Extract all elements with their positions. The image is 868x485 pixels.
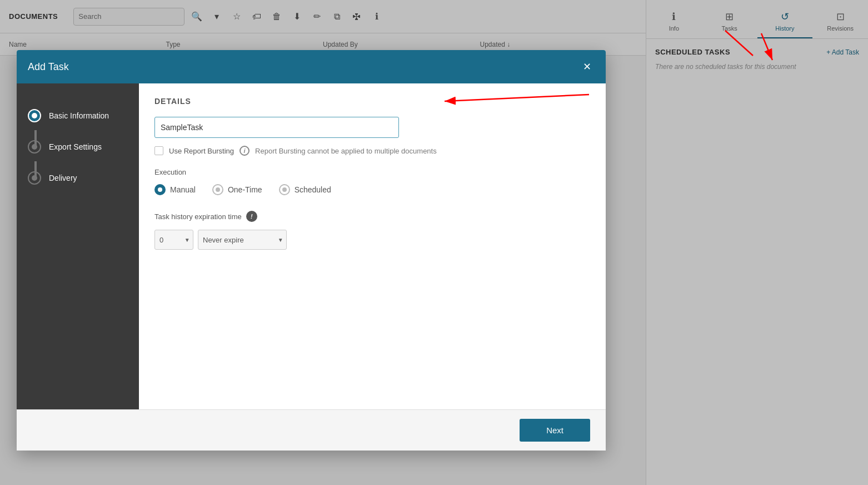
step-circle-inner-delivery — [32, 175, 37, 181]
step-label-delivery: Delivery — [49, 174, 77, 182]
modal-body: Basic Information Export Settings Delive… — [17, 83, 606, 409]
modal-close-button[interactable]: ✕ — [579, 59, 595, 75]
step-export-settings: Export Settings — [28, 131, 128, 162]
expiration-period-wrapper: Never expire Days Weeks Months Years ▾ — [198, 230, 287, 250]
expiration-title: Task history expiration time — [154, 212, 242, 221]
radio-inner-scheduled — [282, 187, 287, 192]
report-bursting-info-icon[interactable]: i — [240, 146, 250, 156]
step-delivery: Delivery — [28, 162, 128, 194]
next-button[interactable]: Next — [520, 419, 590, 442]
report-bursting-row: Use Report Bursting i Report Bursting ca… — [154, 146, 590, 156]
expiration-title-row: Task history expiration time ! — [154, 211, 590, 222]
step-circle-basic — [28, 109, 41, 122]
step-label-basic: Basic Information — [49, 111, 109, 120]
section-title-details: DETAILS — [154, 97, 590, 106]
radio-label-one-time: One-Time — [228, 185, 262, 194]
report-bursting-note: Report Bursting cannot be applied to mul… — [255, 147, 437, 155]
step-circle-delivery — [28, 171, 41, 185]
expiration-controls: 0 1 2 5 10 ▾ Never expire Days Weeks — [154, 230, 590, 250]
expiration-section: Task history expiration time ! 0 1 2 5 1… — [154, 211, 590, 250]
radio-inner-one-time — [216, 187, 220, 192]
content-area: DETAILS Use Report Bursting i Report Bur… — [139, 83, 606, 409]
radio-scheduled[interactable]: Scheduled — [279, 184, 331, 195]
modal-header: Add Task ✕ — [17, 50, 606, 83]
execution-section: Execution Manual One-Time — [154, 168, 590, 195]
modal-footer: Next — [17, 409, 606, 451]
radio-outer-one-time[interactable] — [212, 184, 223, 195]
execution-title: Execution — [154, 168, 590, 176]
step-circle-inner-basic — [32, 113, 37, 118]
step-circle-export — [28, 140, 41, 154]
expiration-number-select[interactable]: 0 1 2 5 10 — [154, 230, 193, 250]
step-basic-information: Basic Information — [28, 100, 128, 131]
radio-label-manual: Manual — [170, 185, 196, 194]
radio-outer-scheduled[interactable] — [279, 184, 290, 195]
report-bursting-label: Use Report Bursting — [169, 147, 234, 155]
step-circle-inner-export — [32, 144, 37, 150]
execution-radio-group: Manual One-Time Scheduled — [154, 184, 590, 195]
radio-label-scheduled: Scheduled — [295, 185, 331, 194]
stepper-sidebar: Basic Information Export Settings Delive… — [17, 83, 139, 409]
radio-inner-manual — [158, 187, 162, 192]
step-label-export: Export Settings — [49, 142, 102, 151]
radio-outer-manual[interactable] — [154, 184, 166, 195]
radio-one-time[interactable]: One-Time — [212, 184, 262, 195]
modal-title: Add Task — [28, 61, 69, 73]
expiration-period-select[interactable]: Never expire Days Weeks Months Years — [198, 230, 287, 250]
radio-manual[interactable]: Manual — [154, 184, 196, 195]
task-name-input[interactable] — [154, 117, 399, 138]
report-bursting-checkbox[interactable] — [154, 146, 163, 155]
expiration-number-wrapper: 0 1 2 5 10 ▾ — [154, 230, 193, 250]
add-task-modal: Add Task ✕ Basic Information Export Sett… — [17, 50, 606, 451]
expiration-info-icon[interactable]: ! — [246, 211, 257, 222]
